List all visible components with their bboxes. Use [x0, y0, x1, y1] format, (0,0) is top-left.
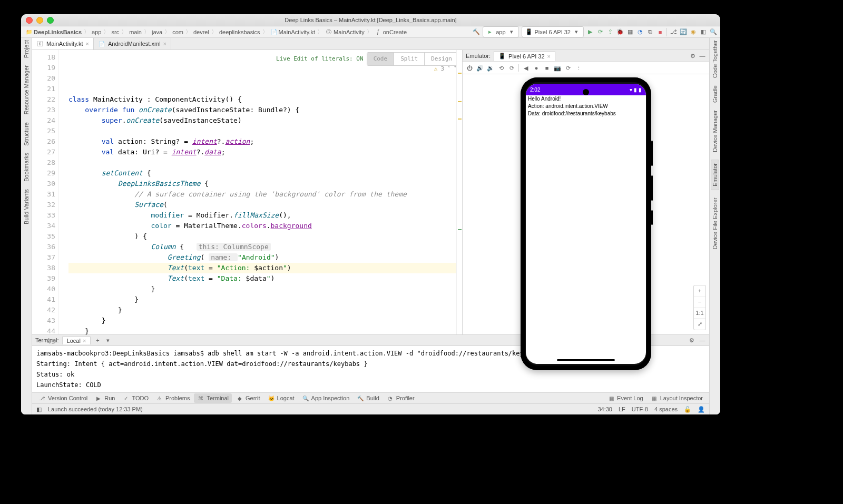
fold-column[interactable] — [59, 50, 66, 334]
git-icon[interactable]: ⎇ — [670, 28, 677, 36]
side-stripe-button[interactable]: Build Variants — [23, 189, 30, 224]
debug-icon[interactable]: 🐞 — [616, 28, 624, 36]
code-line[interactable]: ) { — [68, 231, 462, 242]
left-tool-stripe[interactable]: ProjectResource ManagerStructureBookmark… — [21, 38, 32, 414]
breadcrumb-segment[interactable]: 📁DeepLinksBasics — [25, 28, 82, 36]
emulator-surface[interactable]: 2:02 ▾ ▮ ▮ Hello Android!Action: android… — [463, 74, 709, 334]
code-line[interactable]: Text(text = "Data: $data") — [68, 273, 462, 284]
side-stripe-button[interactable]: Resource Manager — [23, 65, 30, 115]
code-line[interactable]: DeepLinksBasicsTheme { — [68, 179, 462, 189]
overview-icon[interactable]: ■ — [543, 64, 551, 72]
line-separator[interactable]: LF — [619, 406, 625, 412]
code-line[interactable]: } — [68, 294, 462, 305]
file-encoding[interactable]: UTF-8 — [632, 406, 648, 412]
caret-position[interactable]: 34:30 — [597, 406, 612, 412]
code-line[interactable] — [68, 157, 462, 168]
toolwindow-button[interactable]: ▶Run — [92, 393, 118, 403]
breadcrumb-segment[interactable]: 📄MainActivity.kt — [270, 28, 315, 36]
toolwindow-button[interactable]: ▦Event Log — [604, 393, 646, 403]
volume-up-icon[interactable]: 🔊 — [476, 64, 484, 72]
search-icon[interactable]: 🔍 — [710, 28, 717, 36]
breadcrumb-segment[interactable]: ƒonCreate — [375, 28, 407, 36]
code-line[interactable]: } — [68, 284, 462, 294]
volume-down-icon[interactable]: 🔉 — [487, 64, 494, 72]
zoom-controls[interactable]: + − 1:1 ⤢ — [693, 285, 706, 330]
code-line[interactable]: Surface( — [68, 200, 462, 210]
apply-code-icon[interactable]: ⇪ — [606, 28, 614, 36]
back-icon[interactable]: ◀ — [522, 64, 530, 72]
code-line[interactable]: val data: Uri? = intent?.data; — [68, 147, 462, 157]
rotate-right-icon[interactable]: ⟳ — [508, 64, 515, 72]
minimize-window-icon[interactable] — [36, 17, 43, 24]
home-icon[interactable]: ● — [533, 64, 540, 72]
code-line[interactable] — [68, 126, 462, 136]
indent-label[interactable]: 4 spaces — [654, 406, 678, 412]
device-screen[interactable]: 2:02 ▾ ▮ ▮ Hello Android!Action: android… — [526, 84, 646, 364]
code-line[interactable]: } — [68, 326, 462, 334]
minimize-icon[interactable]: — — [699, 52, 706, 60]
code-line[interactable]: class MainActivity : ComponentActivity()… — [68, 94, 462, 105]
toolwindow-button[interactable]: ◆Gerrit — [233, 393, 263, 403]
toolwindow-button[interactable]: ▦Layout Inspector — [648, 393, 706, 403]
terminal-tab[interactable]: Local × — [62, 337, 91, 344]
breadcrumb-segment[interactable]: devrel — [193, 29, 209, 35]
apply-changes-icon[interactable]: ⟳ — [596, 28, 604, 36]
nav-bar-handle[interactable] — [557, 359, 615, 361]
toolwindow-button[interactable]: 🔍App Inspection — [299, 393, 353, 403]
side-stripe-button[interactable]: Emulator — [711, 160, 719, 190]
breadcrumb[interactable]: 📁DeepLinksBasics〉app〉src〉main〉java〉com〉d… — [25, 28, 407, 36]
close-icon[interactable]: × — [547, 53, 551, 60]
code-line[interactable]: Greeting( name: "Android") — [68, 252, 462, 263]
emulator-device-tab[interactable]: 📱 Pixel 6 API 32 × — [494, 51, 555, 61]
hammer-icon[interactable]: 🔨 — [473, 28, 480, 36]
power-icon[interactable]: ⏻ — [466, 64, 473, 72]
inspection-widget[interactable]: Live Edit of literals: ON Code Split Des… — [276, 52, 459, 66]
close-icon[interactable]: × — [163, 41, 166, 47]
zoom-fit-icon[interactable]: ⤢ — [694, 319, 705, 330]
code-line[interactable]: val action: String? = intent?.action; — [68, 136, 462, 147]
chevron-up-icon[interactable]: ˄ — [447, 64, 450, 74]
code-editor[interactable]: 1819202122232425262728293031323334353637… — [32, 50, 463, 334]
editor-tab[interactable]: 📄AndroidManifest.xml× — [94, 38, 171, 50]
breadcrumb-segment[interactable]: java — [152, 29, 162, 35]
editor-tab[interactable]: 🇰MainActivity.kt× — [32, 38, 94, 50]
breadcrumb-segment[interactable]: main — [129, 29, 142, 35]
code-line[interactable]: super.onCreate(savedInstanceState) — [68, 115, 462, 126]
stop-icon[interactable]: ■ — [656, 28, 664, 36]
toolwindow-button[interactable]: ✓TODO — [119, 393, 152, 403]
coverage-icon[interactable]: ▦ — [626, 28, 634, 36]
code-line[interactable]: override fun onCreate(savedInstanceState… — [68, 105, 462, 115]
sdk-manager-icon[interactable]: ◧ — [700, 28, 707, 36]
right-tool-stripe[interactable]: Code TogetherGradleDevice ManagerEmulato… — [709, 38, 720, 414]
toolwindow-button[interactable]: ⚠Problems — [153, 393, 193, 403]
code-line[interactable]: Column { this: ColumnScope — [68, 242, 462, 252]
run-config-selector[interactable]: ▸ app ▾ — [483, 26, 518, 37]
zoom-in-icon[interactable]: + — [694, 285, 705, 297]
chevron-down-icon[interactable]: ▾ — [104, 337, 112, 344]
close-icon[interactable]: × — [85, 41, 89, 47]
more-icon[interactable]: ⋮ — [575, 64, 582, 72]
close-icon[interactable]: × — [83, 338, 86, 344]
close-window-icon[interactable] — [26, 17, 33, 24]
inspection-profile-icon[interactable]: 👤 — [698, 406, 705, 413]
side-stripe-button[interactable]: Code Together — [712, 40, 718, 78]
profile-icon[interactable]: ◔ — [636, 28, 644, 36]
code-line[interactable]: modifier = Modifier.fillMaxSize(), — [68, 210, 462, 221]
toolwindow-button[interactable]: ⌘Terminal — [194, 393, 232, 403]
minimize-icon[interactable]: — — [699, 337, 706, 344]
add-terminal-icon[interactable]: + — [94, 337, 101, 344]
zoom-out-icon[interactable]: − — [694, 297, 705, 308]
code-line[interactable]: } — [68, 315, 462, 326]
run-icon[interactable]: ▶ — [586, 28, 594, 36]
bottom-tool-stripe[interactable]: ⎇Version Control▶Run✓TODO⚠Problems⌘Termi… — [32, 392, 709, 403]
tool-windows-icon[interactable]: ◧ — [36, 406, 42, 413]
live-edit-label[interactable]: Live Edit of literals: ON — [276, 54, 364, 64]
toolwindow-button[interactable]: 🐱Logcat — [264, 393, 298, 403]
side-stripe-button[interactable]: Gradle — [712, 85, 718, 103]
breadcrumb-segment[interactable]: ⒸMainActivity — [325, 28, 365, 36]
side-stripe-button[interactable]: Bookmarks — [23, 153, 30, 182]
code-line[interactable]: Text(text = "Action: $action") — [68, 263, 462, 273]
code-line[interactable]: } — [68, 305, 462, 315]
zoom-window-icon[interactable] — [47, 17, 54, 24]
code-area[interactable]: Live Edit of literals: ON Code Split Des… — [66, 50, 462, 334]
